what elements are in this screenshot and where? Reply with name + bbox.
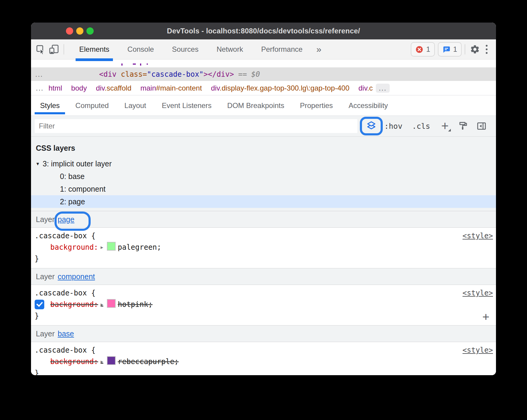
layer-tree-root[interactable]: ▾ 3: implicit outer layer — [31, 157, 496, 170]
sidebar-toggle-icon — [476, 121, 487, 131]
selected-dom-node-row[interactable]: ... <div class="cascade-box"></div>== $0 — [31, 67, 496, 81]
layer-header-base: Layer base — [31, 325, 496, 342]
toolbar-divider — [64, 44, 64, 54]
breadcrumb-item-scaffold[interactable]: div.scaffold — [96, 84, 131, 92]
expand-shorthand-icon[interactable]: ▶ — [101, 359, 103, 364]
tab-event-listeners[interactable]: Event Listeners — [154, 95, 219, 116]
styles-filter-input[interactable] — [35, 119, 357, 133]
inspect-element-button[interactable] — [34, 43, 47, 56]
breadcrumb-item-html[interactable]: html — [48, 84, 62, 92]
toolbar-divider — [465, 44, 465, 54]
toggle-rendering-emulations-button[interactable] — [456, 119, 470, 133]
tab-elements[interactable]: Elements — [70, 39, 118, 59]
tab-properties[interactable]: Properties — [292, 95, 341, 116]
new-style-rule-button[interactable]: + — [438, 119, 451, 133]
style-rule-page: .cascade-box { <style> background:▶paleg… — [31, 228, 496, 268]
style-source-link[interactable]: <style> — [463, 230, 493, 242]
console-message-icon — [442, 45, 451, 54]
closing-brace: } — [31, 310, 496, 322]
expand-shorthand-icon[interactable]: ▶ — [101, 245, 103, 250]
toggle-css-layers-button[interactable] — [364, 119, 379, 133]
layer-link-page[interactable]: page — [58, 215, 75, 224]
property-value[interactable]: hotpink; — [118, 300, 153, 309]
color-swatch[interactable] — [107, 356, 116, 365]
property-checkbox[interactable] — [35, 300, 44, 309]
tab-dom-breakpoints[interactable]: DOM Breakpoints — [220, 95, 292, 116]
property-name[interactable]: background: — [50, 300, 98, 309]
css-layers-pane: CSS layers ▾ 3: implicit outer layer 0: … — [31, 137, 496, 211]
devtools-toolbar: Elements Console Sources Network Perform… — [31, 39, 496, 60]
panel-tabs: Elements Console Sources Network Perform… — [70, 39, 312, 59]
breadcrumb-overflow-left[interactable]: ... — [31, 84, 48, 92]
css-property-line[interactable]: background:▶rebeccapurple; — [31, 356, 496, 367]
rule-selector[interactable]: .cascade-box { — [35, 344, 95, 356]
layer-link-base[interactable]: base — [58, 329, 74, 338]
layer-tree-item-component[interactable]: 1: component — [31, 183, 496, 195]
console-message-badge[interactable]: 1 — [438, 42, 462, 57]
more-tabs-button[interactable]: » — [312, 44, 326, 54]
paint-brush-icon — [458, 121, 468, 131]
breadcrumb-overflow-right[interactable]: ... — [376, 84, 390, 93]
window-controls — [66, 27, 94, 35]
close-window-button[interactable] — [66, 27, 73, 35]
css-layers-icon — [366, 121, 377, 131]
layer-header-page: Layer page — [31, 211, 496, 228]
layer-tree-item-base[interactable]: 0: base — [31, 170, 496, 183]
layer-tree-item-page[interactable]: 2: page — [31, 195, 496, 208]
style-rule-component: .cascade-box { <style> background:▶hotpi… — [31, 285, 496, 325]
inspect-cursor-icon — [35, 44, 46, 55]
titlebar: DevTools - localhost:8080/docs/devtools/… — [31, 23, 496, 39]
hidden-children-indicator[interactable]: ... — [31, 70, 43, 79]
tree-expander-icon[interactable]: ▾ — [36, 161, 39, 167]
css-layers-title: CSS layers — [31, 141, 496, 157]
customize-devtools-button[interactable] — [482, 45, 492, 54]
error-count-badge[interactable]: 1 — [411, 42, 435, 57]
tab-layout[interactable]: Layout — [117, 95, 154, 116]
clipped-text-fragment — [147, 63, 148, 65]
toggle-element-state-button[interactable]: :hov — [380, 122, 406, 131]
style-source-link[interactable]: <style> — [463, 344, 493, 356]
property-name[interactable]: background: — [50, 357, 98, 366]
breadcrumb-item-truncated[interactable]: div.c — [358, 84, 373, 92]
layer-header-component: Layer component — [31, 268, 496, 285]
rule-selector[interactable]: .cascade-box { — [35, 230, 95, 242]
css-property-line[interactable]: background:▶palegreen; — [31, 242, 496, 253]
breadcrumb-item-display-flex[interactable]: div.display-flex.gap-top-300.lg\:gap-top… — [211, 84, 349, 92]
clipped-text-fragment — [133, 63, 136, 65]
tab-styles[interactable]: Styles — [32, 95, 67, 116]
tab-network[interactable]: Network — [207, 39, 252, 59]
style-source-link[interactable]: <style> — [463, 287, 493, 299]
clipped-text-fragment — [140, 63, 141, 66]
element-classes-button[interactable]: .cls — [408, 122, 434, 131]
rule-selector[interactable]: .cascade-box { — [35, 287, 95, 299]
selected-node-markup[interactable]: <div class="cascade-box"></div>== $0 — [99, 70, 260, 79]
dom-breadcrumb: ... html body div.scaffold main#main-con… — [31, 81, 496, 95]
toggle-device-toolbar-button[interactable] — [47, 43, 61, 56]
breadcrumb-item-main-content[interactable]: main#main-content — [140, 84, 202, 92]
minimize-window-button[interactable] — [76, 27, 83, 35]
tab-accessibility[interactable]: Accessibility — [341, 95, 396, 116]
property-value[interactable]: rebeccapurple; — [118, 357, 179, 366]
color-swatch[interactable] — [107, 299, 116, 308]
settings-button[interactable] — [468, 43, 482, 56]
show-sidebar-panel-button[interactable] — [474, 119, 489, 133]
insert-style-rule-button[interactable]: + — [482, 311, 489, 322]
gear-icon — [470, 44, 480, 54]
property-name[interactable]: background: — [50, 243, 98, 252]
styles-filter-bar: :hov .cls + — [31, 116, 496, 137]
tab-computed[interactable]: Computed — [67, 95, 117, 116]
css-property-line[interactable]: background:▶hotpink; — [31, 299, 496, 310]
closing-brace: } — [31, 367, 496, 375]
dollar-zero-hint: $0 — [251, 70, 260, 79]
color-swatch[interactable] — [107, 242, 116, 251]
breadcrumb-item-body[interactable]: body — [71, 84, 87, 92]
expand-shorthand-icon[interactable]: ▶ — [101, 302, 103, 307]
property-value[interactable]: palegreen; — [118, 243, 161, 252]
layer-link-component[interactable]: component — [58, 272, 95, 281]
tab-sources[interactable]: Sources — [163, 39, 207, 59]
tab-performance[interactable]: Performance — [252, 39, 311, 59]
maximize-window-button[interactable] — [86, 27, 94, 35]
tab-console[interactable]: Console — [118, 39, 163, 59]
closing-brace: } — [31, 253, 496, 264]
window-title: DevTools - localhost:8080/docs/devtools/… — [167, 27, 360, 35]
